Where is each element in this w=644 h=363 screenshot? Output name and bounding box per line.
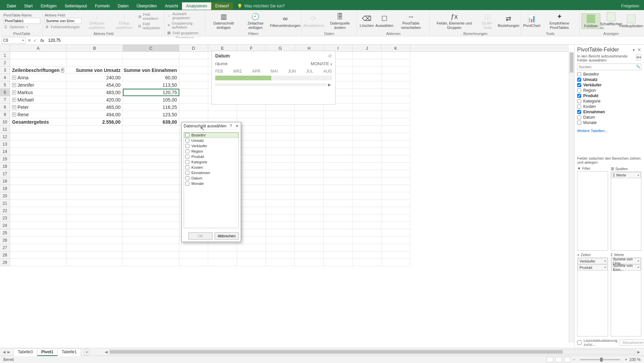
cell[interactable] (66, 163, 123, 170)
tell-me-search[interactable]: 💡 Was möchten Sie tun? (237, 4, 285, 9)
pane-field-item[interactable]: Produkt (577, 93, 641, 98)
cell[interactable] (353, 126, 381, 133)
tab-daten[interactable]: Daten (114, 2, 133, 10)
tab-entwurf[interactable]: Entwurf (211, 2, 233, 10)
pane-field-item[interactable]: Datum (577, 115, 641, 120)
cell[interactable] (324, 118, 353, 126)
field-list-toggle[interactable]: Feldliste (582, 13, 600, 29)
sheet-tab[interactable]: Pivot1 (37, 348, 58, 356)
cell[interactable] (123, 148, 179, 155)
cell[interactable] (353, 177, 381, 185)
row-header[interactable]: 20 (0, 192, 10, 200)
cell[interactable] (353, 133, 381, 140)
cell[interactable] (266, 104, 295, 111)
dialog-field-item[interactable]: Bestellnr (184, 132, 238, 138)
pane-field-checkbox[interactable] (577, 115, 581, 119)
tab-einfuegen[interactable]: Einfügen (37, 2, 60, 10)
cell[interactable] (324, 200, 353, 207)
sheet-nav-prev-icon[interactable]: ◀ (3, 350, 5, 354)
cell[interactable] (66, 229, 123, 237)
cell[interactable] (10, 259, 66, 266)
dialog-field-item[interactable]: Einnahmen (184, 170, 238, 175)
cell[interactable] (123, 192, 179, 200)
cell[interactable] (381, 96, 410, 104)
cell[interactable] (353, 207, 381, 214)
cell[interactable] (295, 207, 324, 214)
cell[interactable] (123, 140, 179, 148)
cell[interactable] (324, 155, 353, 163)
cell[interactable] (324, 170, 353, 177)
cell[interactable] (237, 244, 266, 251)
dialog-item-checkbox[interactable] (185, 160, 189, 164)
cell[interactable] (381, 111, 410, 118)
cell[interactable] (295, 133, 324, 140)
dialog-item-checkbox[interactable] (185, 155, 189, 159)
cell[interactable] (66, 170, 123, 177)
cell[interactable] (10, 207, 66, 214)
recommended-pivot-button[interactable]: ✦Empfohlene PivotTables (542, 12, 577, 30)
cell[interactable]: +Markus (10, 89, 66, 96)
cell[interactable] (324, 229, 353, 237)
cell[interactable] (353, 118, 381, 126)
cell[interactable] (353, 259, 381, 266)
dialog-field-item[interactable]: Produkt (184, 154, 238, 159)
cell[interactable] (295, 170, 324, 177)
column-header[interactable]: A (10, 45, 66, 51)
cell[interactable] (179, 89, 208, 96)
add-sheet-button[interactable]: + (83, 349, 90, 355)
expand-icon[interactable]: + (12, 83, 16, 87)
cell[interactable] (208, 259, 237, 266)
cell[interactable] (10, 192, 66, 200)
column-header[interactable]: E (208, 45, 237, 51)
column-header[interactable]: J (353, 45, 381, 51)
dialog-help-icon[interactable]: ? (230, 124, 232, 128)
cell[interactable] (353, 185, 381, 192)
cell[interactable] (266, 207, 295, 214)
dialog-field-item[interactable]: Monate (184, 181, 238, 186)
pane-field-checkbox[interactable] (577, 88, 581, 92)
cell[interactable] (295, 111, 324, 118)
cell[interactable] (123, 229, 179, 237)
row-header[interactable]: 10 (0, 118, 10, 126)
cell[interactable] (66, 200, 123, 207)
cell[interactable] (123, 214, 179, 222)
cell[interactable] (353, 148, 381, 155)
row-header[interactable]: 12 (0, 133, 10, 140)
tab-formeln[interactable]: Formeln (91, 2, 114, 10)
clear-button[interactable]: ⌫Löschen (359, 14, 374, 29)
cell[interactable]: 483,00 (66, 89, 123, 96)
defer-layout-checkbox[interactable] (577, 340, 582, 345)
insert-timeline-button[interactable]: 🕘Zeitachse einfügen (241, 12, 270, 30)
cell[interactable] (123, 244, 179, 251)
cell[interactable] (295, 155, 324, 163)
cell[interactable] (353, 74, 381, 81)
row-header[interactable]: 17 (0, 170, 10, 177)
column-header[interactable]: H (295, 45, 324, 51)
pane-settings-icon[interactable]: ⚙▾ (636, 54, 641, 60)
cell[interactable] (324, 259, 353, 266)
row-header[interactable]: 5 (0, 81, 10, 89)
cell[interactable] (10, 155, 66, 163)
cell[interactable] (123, 259, 179, 266)
pivotchart-button[interactable]: 📊PivotChart (523, 14, 540, 29)
cell[interactable] (66, 244, 123, 251)
cell[interactable]: Gesamtergebnis (10, 118, 66, 126)
cell[interactable] (295, 177, 324, 185)
cell[interactable] (381, 237, 410, 244)
change-source-button[interactable]: 🗄Datenquelle ändern (325, 12, 355, 30)
cell[interactable] (179, 251, 208, 259)
cell[interactable] (353, 140, 381, 148)
row-header[interactable]: 24 (0, 222, 10, 229)
pane-search-input[interactable] (577, 64, 641, 70)
pivot-name-input[interactable] (3, 18, 40, 24)
sheet-tab[interactable]: Tabelle3 (13, 348, 37, 356)
dialog-item-checkbox[interactable] (185, 149, 189, 153)
cell[interactable] (381, 192, 410, 200)
cell[interactable] (353, 81, 381, 89)
cell[interactable] (66, 52, 123, 59)
cell[interactable] (381, 170, 410, 177)
spreadsheet-grid[interactable]: ABCDEFGHIJK 1234567891011121314151617181… (0, 45, 574, 348)
dialog-field-item[interactable]: Verkäufer (184, 143, 238, 149)
pane-field-item[interactable]: Umsatz (577, 77, 641, 82)
cell[interactable] (179, 59, 208, 67)
